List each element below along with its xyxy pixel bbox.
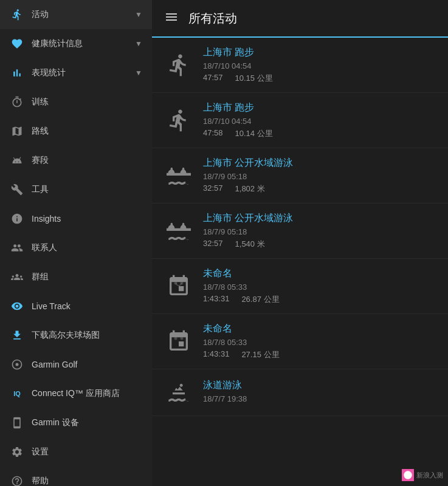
sidebar-item-routes[interactable]: 路线: [0, 117, 152, 146]
activity-stats-3: 32:57 1,802 米: [203, 183, 436, 194]
sidebar: 活动 ▼ 健康统计信息 ▼ 表现统计 ▼ 训练: [0, 0, 152, 486]
activity-name-4: 上海市 公开水域游泳: [203, 212, 436, 225]
activity-item-6[interactable]: 未命名 18/7/8 05:33 1:43:31 27.15 公里: [152, 314, 448, 369]
watermark-text: 新浪入测: [416, 471, 443, 480]
activity-date-7: 18/7/7 19:38: [203, 394, 436, 403]
activity-name-5: 未命名: [203, 267, 436, 280]
sidebar-item-groups[interactable]: 群组: [0, 262, 152, 292]
activity-stats: 47:57 10.15 公里: [203, 73, 436, 84]
download-icon: [10, 328, 24, 343]
main-header: 所有活动: [152, 0, 448, 38]
activity-stat2-4: 1,540 米: [235, 239, 265, 250]
sidebar-item-settings-label: 设置: [32, 447, 142, 457]
sidebar-item-garmin-device[interactable]: Garmin 设备: [0, 408, 152, 437]
activity-date-6: 18/7/8 05:33: [203, 338, 436, 347]
activity-name: 上海市 跑步: [203, 46, 436, 59]
sidebar-item-activities[interactable]: 活动 ▼: [0, 0, 152, 29]
activity-stat1-2: 47:58: [203, 128, 223, 139]
unknown-icon: [164, 272, 193, 301]
sidebar-item-contacts[interactable]: 联系人: [0, 233, 152, 262]
activity-icon: [10, 7, 24, 22]
activity-name-6: 未命名: [203, 323, 436, 335]
settings-icon: [10, 445, 24, 459]
sidebar-item-garmin-golf-label: Garmin Golf: [32, 360, 142, 369]
activity-item-7[interactable]: 泳道游泳 18/7/7 19:38: [152, 369, 448, 416]
sidebar-item-routes-label: 路线: [32, 126, 142, 137]
timer-icon: [10, 95, 24, 109]
sidebar-item-health-label: 健康统计信息: [32, 38, 135, 49]
sidebar-item-tools-label: 工具: [32, 184, 142, 195]
chevron-down-icon-perf: ▼: [135, 69, 142, 77]
swim-icon-2: [164, 216, 193, 245]
activity-stats-6: 1:43:31 27.15 公里: [203, 349, 436, 360]
tools-icon: [10, 182, 24, 197]
sidebar-item-training[interactable]: 训练: [0, 87, 152, 117]
run-icon-2: [164, 106, 193, 135]
sidebar-item-settings[interactable]: 设置: [0, 437, 152, 467]
sidebar-item-activities-label: 活动: [32, 9, 135, 20]
chart-bar-icon: [10, 66, 24, 80]
activity-item[interactable]: 上海市 跑步 18/7/10 04:54 47:58 10.14 公里: [152, 93, 448, 148]
sidebar-item-help-label: 帮助: [32, 476, 142, 486]
sidebar-item-insights[interactable]: Insights: [0, 204, 152, 233]
sidebar-item-help[interactable]: 帮助: [0, 467, 152, 486]
activity-info: 上海市 跑步 18/7/10 04:54 47:57 10.15 公里: [203, 46, 436, 84]
activity-list: 上海市 跑步 18/7/10 04:54 47:57 10.15 公里 上海市 …: [152, 38, 448, 486]
run-icon: [164, 50, 193, 80]
activity-stat1-5: 1:43:31: [203, 294, 229, 305]
sidebar-item-performance-label: 表现统计: [32, 67, 135, 78]
svg-point-0: [16, 363, 19, 366]
hamburger-button[interactable]: [164, 10, 179, 27]
sidebar-item-segments-label: 赛段: [32, 155, 142, 166]
activity-info-3: 上海市 公开水域游泳 18/7/9 05:18 32:57 1,802 米: [203, 157, 436, 194]
activity-info-4: 上海市 公开水域游泳 18/7/9 05:18 32:57 1,540 米: [203, 212, 436, 250]
activity-stat1-4: 32:57: [203, 239, 223, 250]
sidebar-item-training-label: 训练: [32, 97, 142, 108]
sidebar-item-groups-label: 群组: [32, 272, 142, 282]
insights-icon: [10, 211, 24, 226]
activity-date-5: 18/7/8 05:33: [203, 282, 436, 292]
activity-stats-5: 1:43:31 26.87 公里: [203, 294, 436, 305]
activity-stat2: 10.15 公里: [235, 73, 273, 84]
weibo-icon: [402, 469, 414, 481]
activity-date-3: 18/7/9 05:18: [203, 172, 436, 181]
sidebar-item-garmin-golf[interactable]: Garmin Golf: [0, 350, 152, 379]
activity-date: 18/7/10 04:54: [203, 61, 436, 70]
contacts-icon: [10, 241, 24, 255]
chevron-down-icon-health: ▼: [135, 39, 142, 48]
activity-stat1-3: 32:57: [203, 183, 223, 194]
activity-item-4[interactable]: 上海市 公开水域游泳 18/7/9 05:18 32:57 1,540 米: [152, 204, 448, 259]
sidebar-item-livetrack[interactable]: Live Track: [0, 292, 152, 321]
activity-stats-2: 47:58 10.14 公里: [203, 128, 436, 139]
sidebar-item-tools[interactable]: 工具: [0, 175, 152, 204]
activity-info-2: 上海市 跑步 18/7/10 04:54 47:58 10.14 公里: [203, 101, 436, 139]
sidebar-item-connect-iq[interactable]: IQ Connect IQ™ 应用商店: [0, 379, 152, 408]
activity-info-5: 未命名 18/7/8 05:33 1:43:31 26.87 公里: [203, 267, 436, 305]
activity-stat2-6: 27.15 公里: [241, 349, 279, 360]
device-icon: [10, 416, 24, 430]
sidebar-item-golf-download[interactable]: 下载高尔夫球场图: [0, 321, 152, 350]
sidebar-item-performance[interactable]: 表现统计 ▼: [0, 58, 152, 87]
activity-date-2: 18/7/10 04:54: [203, 117, 436, 126]
segment-icon: [10, 153, 24, 168]
page-title: 所有活动: [188, 10, 237, 27]
eye-icon: [10, 299, 24, 313]
activity-item-5[interactable]: 未命名 18/7/8 05:33 1:43:31 26.87 公里: [152, 259, 448, 314]
sidebar-item-golf-download-label: 下载高尔夫球场图: [32, 330, 142, 341]
golf-icon: [10, 357, 24, 372]
activity-item[interactable]: 上海市 跑步 18/7/10 04:54 47:57 10.15 公里: [152, 38, 448, 93]
sidebar-item-health[interactable]: 健康统计信息 ▼: [0, 29, 152, 58]
unknown-icon-2: [164, 327, 193, 356]
sidebar-item-connect-iq-label: Connect IQ™ 应用商店: [32, 388, 142, 399]
activity-name-2: 上海市 跑步: [203, 101, 436, 114]
main-content: 所有活动 上海市 跑步 18/7/10 04:54 47:57 10.15 公里: [152, 0, 448, 486]
heart-icon: [10, 36, 24, 51]
activity-stat2-2: 10.14 公里: [235, 128, 273, 139]
activity-info-6: 未命名 18/7/8 05:33 1:43:31 27.15 公里: [203, 323, 436, 360]
sidebar-item-segments[interactable]: 赛段: [0, 146, 152, 175]
watermark: 新浪入测: [402, 469, 443, 481]
activity-info-7: 泳道游泳 18/7/7 19:38: [203, 379, 436, 406]
activity-item-3[interactable]: 上海市 公开水域游泳 18/7/9 05:18 32:57 1,802 米: [152, 148, 448, 204]
activity-stat2-3: 1,802 米: [235, 183, 265, 194]
pool-swim-icon: [164, 378, 193, 407]
